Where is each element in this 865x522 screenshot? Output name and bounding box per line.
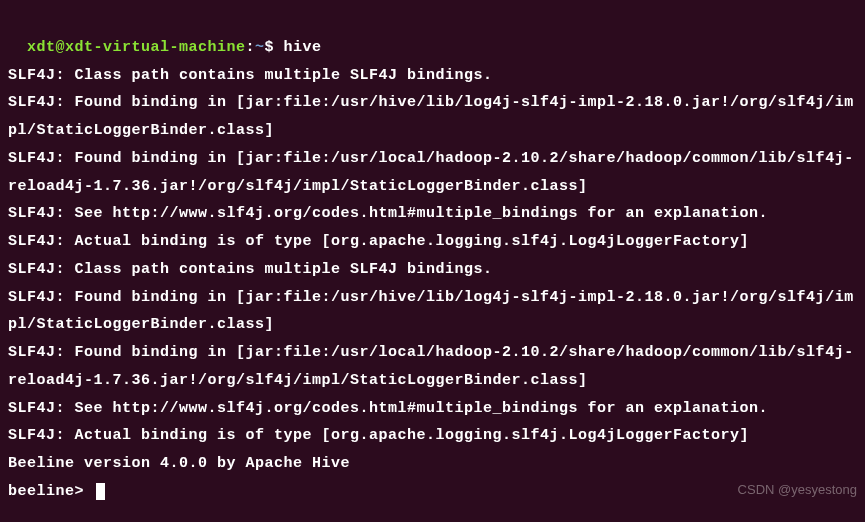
beeline-prompt: beeline> (8, 483, 105, 500)
output-line: SLF4J: See http://www.slf4j.org/codes.ht… (8, 200, 857, 228)
beeline-prompt-text: beeline> (8, 483, 94, 500)
prompt-path: ~ (255, 39, 265, 56)
output-line: Beeline version 4.0.0 by Apache Hive (8, 450, 857, 478)
cursor-icon (96, 483, 105, 500)
output-line: SLF4J: Found binding in [jar:file:/usr/l… (8, 339, 857, 395)
output-line: SLF4J: Class path contains multiple SLF4… (8, 256, 857, 284)
prompt-user-host: xdt@xdt-virtual-machine (27, 39, 246, 56)
prompt-colon: : (246, 39, 256, 56)
output-line: SLF4J: Actual binding is of type [org.ap… (8, 228, 857, 256)
output-line: SLF4J: Found binding in [jar:file:/usr/h… (8, 89, 857, 145)
output-line: SLF4J: Actual binding is of type [org.ap… (8, 422, 857, 450)
command-text: hive (284, 39, 322, 56)
prompt-dollar: $ (265, 39, 284, 56)
watermark-text: CSDN @yesyestong (738, 478, 857, 502)
output-line: SLF4J: Class path contains multiple SLF4… (8, 62, 857, 90)
output-line: SLF4J: Found binding in [jar:file:/usr/l… (8, 145, 857, 201)
prompt-line: xdt@xdt-virtual-machine:~$ hive (27, 39, 322, 56)
output-line: SLF4J: Found binding in [jar:file:/usr/h… (8, 284, 857, 340)
output-line: SLF4J: See http://www.slf4j.org/codes.ht… (8, 395, 857, 423)
terminal-output[interactable]: xdt@xdt-virtual-machine:~$ hive SLF4J: C… (8, 6, 857, 506)
